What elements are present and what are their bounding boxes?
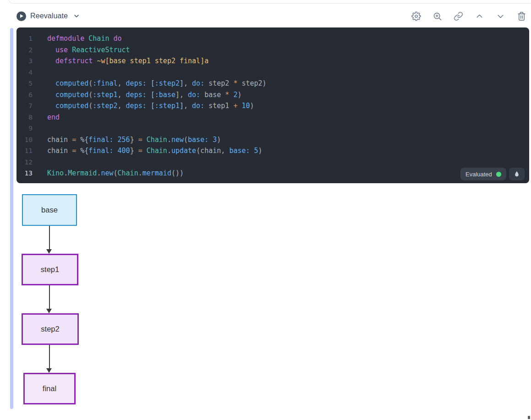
code-line: 1defmodule Chain do: [16, 33, 529, 44]
line-number: 8: [16, 114, 33, 121]
status-badge: Evaluated: [460, 168, 506, 180]
code-line: 9: [16, 123, 529, 134]
diagram-node-step2: step2: [22, 313, 79, 345]
code-line: 5 computed(:final, deps: [:step2], do: s…: [16, 78, 529, 89]
code-line: 4: [16, 67, 529, 78]
line-code: computed(:step2, deps: [:step1], do: ste…: [47, 102, 254, 110]
node-label: step2: [41, 325, 59, 333]
status-label: Evaluated: [465, 171, 492, 178]
run-options-chevron-icon[interactable]: [73, 12, 80, 20]
code-line: 3 defstruct ~w[base step1 step2 final]a: [16, 55, 529, 67]
code-line: 8end: [16, 112, 529, 123]
move-down-button[interactable]: [496, 11, 505, 21]
line-number: 3: [16, 57, 33, 65]
droplet-icon: [514, 170, 520, 178]
line-number: 9: [16, 125, 33, 132]
play-icon: [16, 11, 26, 21]
line-number: 4: [16, 69, 33, 76]
zoom-button[interactable]: [432, 11, 442, 21]
diagram-node-final: final: [23, 373, 76, 404]
line-code: chain = %{final: 256} = Chain.new(base: …: [47, 136, 221, 144]
move-up-button[interactable]: [475, 11, 484, 21]
line-number: 7: [16, 102, 33, 109]
previous-cell-border: [8, 0, 531, 4]
settings-button[interactable]: [411, 11, 421, 21]
line-number: 5: [16, 80, 33, 87]
code-line: 11chain = %{final: 400} = Chain.update(c…: [16, 145, 529, 157]
edge-step2-final: [49, 345, 50, 368]
cell-status-row: Evaluated: [460, 168, 525, 180]
diagram-node-step1: step1: [22, 254, 78, 285]
line-code: defmodule Chain do: [47, 34, 122, 43]
arrowhead-icon: [46, 249, 52, 254]
copy-link-button[interactable]: [454, 11, 463, 21]
line-code: computed(:final, deps: [:step2], do: ste…: [47, 79, 267, 87]
edge-step1-step2: [49, 285, 50, 309]
node-label: step1: [41, 265, 59, 274]
status-dot-icon: [496, 172, 501, 177]
code-line: 10chain = %{final: 256} = Chain.new(base…: [16, 134, 529, 146]
link-icon: [454, 11, 463, 21]
line-code: Kino.Mermaid.new(Chain.mermaid()): [47, 169, 184, 177]
line-number: 6: [16, 91, 33, 98]
line-number: 1: [16, 35, 33, 42]
line-code: chain = %{final: 400} = Chain.update(cha…: [47, 147, 263, 155]
line-code: end: [47, 113, 60, 121]
cell-selection-indicator: [10, 28, 13, 409]
chevron-down-icon: [496, 11, 505, 21]
line-code: defstruct ~w[base step1 step2 final]a: [47, 57, 208, 65]
edge-base-step1: [49, 226, 50, 249]
code-line: 13Kino.Mermaid.new(Chain.mermaid()): [16, 168, 529, 179]
diagram-node-base: base: [22, 194, 77, 226]
code-line: 2 use ReactiveStruct: [16, 44, 529, 56]
line-number: 10: [16, 136, 33, 143]
node-label: final: [43, 384, 56, 393]
arrowhead-icon: [46, 309, 52, 313]
node-label: base: [41, 206, 58, 214]
line-code: use ReactiveStruct: [47, 46, 130, 54]
line-number: 12: [16, 158, 33, 166]
trash-icon: [517, 11, 526, 21]
code-line: 6 computed(:step1, deps: [:base], do: ba…: [16, 89, 529, 101]
delete-cell-button[interactable]: [517, 11, 526, 21]
code-lines: 1defmodule Chain do2 use ReactiveStruct3…: [16, 33, 529, 179]
code-line: 7 computed(:step2, deps: [:step1], do: s…: [16, 100, 529, 112]
corner-artifact: [528, 416, 530, 419]
line-number: 13: [16, 169, 33, 177]
play-triangle: [20, 14, 23, 18]
code-line: 12: [16, 157, 529, 168]
amplify-output-button[interactable]: [509, 168, 525, 180]
cell-actions: [411, 11, 526, 21]
chevron-up-icon: [475, 11, 484, 21]
cell-toolbar: Reevaluate: [16, 10, 526, 22]
line-code: computed(:step1, deps: [:base], do: base…: [47, 91, 241, 99]
gear-icon: [411, 11, 421, 21]
line-number: 2: [16, 46, 33, 54]
arrowhead-icon: [46, 368, 52, 373]
reevaluate-label: Reevaluate: [30, 12, 68, 20]
code-editor[interactable]: 1defmodule Chain do2 use ReactiveStruct3…: [16, 27, 529, 183]
notebook-canvas: Reevaluate: [0, 0, 531, 420]
zoom-in-icon: [432, 11, 442, 21]
line-number: 11: [16, 147, 33, 154]
reevaluate-button[interactable]: Reevaluate: [16, 11, 80, 21]
